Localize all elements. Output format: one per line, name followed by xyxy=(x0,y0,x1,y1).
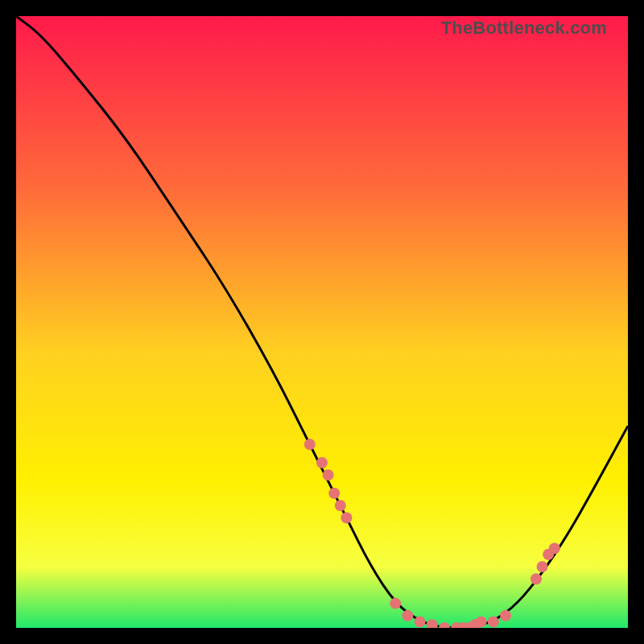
highlight-marker xyxy=(335,500,346,511)
highlight-marker xyxy=(488,616,499,627)
highlight-marker xyxy=(476,616,487,627)
highlight-marker xyxy=(549,543,560,554)
highlight-marker xyxy=(402,610,413,621)
watermark-text: TheBottleneck.com xyxy=(441,18,607,39)
gradient-background xyxy=(16,16,628,628)
highlight-marker xyxy=(415,616,426,627)
bottleneck-chart xyxy=(16,16,628,628)
highlight-marker xyxy=(341,512,352,523)
plot-area xyxy=(16,16,628,628)
highlight-marker xyxy=(390,598,401,609)
highlight-marker xyxy=(537,561,548,572)
highlight-marker xyxy=(328,488,340,499)
highlight-marker xyxy=(530,573,542,584)
highlight-marker xyxy=(500,610,511,621)
chart-frame: TheBottleneck.com xyxy=(16,16,628,628)
highlight-marker xyxy=(304,439,316,450)
highlight-marker xyxy=(323,469,334,481)
highlight-marker xyxy=(316,457,328,469)
